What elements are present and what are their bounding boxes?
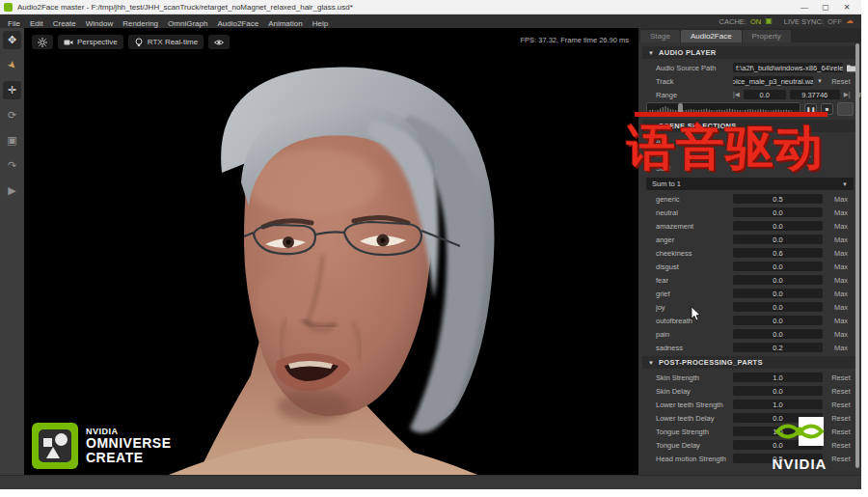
viewport-settings-button[interactable] bbox=[32, 35, 53, 49]
camera-tool-icon[interactable]: ✥ bbox=[3, 31, 21, 49]
menu-item-animation[interactable]: Animation bbox=[268, 19, 303, 28]
max-button[interactable]: Max bbox=[827, 249, 855, 258]
emotion-slider[interactable]: 0.0 bbox=[733, 316, 823, 325]
livesync-value[interactable]: OFF bbox=[827, 17, 842, 26]
max-button[interactable]: Max bbox=[827, 208, 855, 217]
menu-item-omnigraph[interactable]: OmniGraph bbox=[168, 19, 207, 28]
face-3d-model[interactable] bbox=[24, 28, 638, 475]
snap-tool-icon[interactable]: ↷ bbox=[3, 156, 21, 175]
panel-scrollbar[interactable] bbox=[855, 43, 859, 468]
select-tool-icon[interactable]: ➤ bbox=[0, 52, 25, 78]
emotion-amazement: amazement0.0Max bbox=[642, 219, 855, 233]
range-start-input[interactable]: 0.0 bbox=[744, 90, 786, 99]
emotion-anger: anger0.0Max bbox=[642, 233, 855, 246]
range-skip-start-icon[interactable]: |◀ bbox=[733, 91, 740, 98]
post-slider[interactable]: 1.0 bbox=[733, 373, 823, 382]
range-row: Range |◀ 0.0 9.37746 ▶| Reset bbox=[642, 88, 855, 101]
move-tool-icon[interactable]: ✛ bbox=[3, 81, 21, 99]
emotion-slider[interactable]: 0.0 bbox=[733, 221, 823, 231]
emotion-slider[interactable]: 0.2 bbox=[733, 343, 823, 352]
render-mode-button[interactable]: RTX Real-time bbox=[128, 35, 203, 49]
reset-button[interactable]: Reset bbox=[827, 373, 855, 382]
right-panel: StageAudio2FaceProperty ▼ AUDIO PLAYER A… bbox=[638, 28, 861, 475]
max-button[interactable]: Max bbox=[827, 344, 855, 352]
max-button[interactable]: Max bbox=[827, 290, 855, 298]
camera-mode-label: Perspective bbox=[77, 38, 118, 46]
emotion-slider[interactable]: 0.0 bbox=[733, 302, 823, 312]
folder-icon[interactable] bbox=[847, 64, 855, 72]
app-window: Audio2Face master - F:/tmp/jhh_test/JHH_… bbox=[0, 0, 861, 489]
emotion-slider[interactable]: 0.0 bbox=[733, 329, 823, 339]
post-label: Lower teeth Delay bbox=[656, 414, 729, 423]
menu-item-edit[interactable]: Edit bbox=[30, 19, 43, 28]
emotion-slider[interactable]: 0.6 bbox=[733, 248, 823, 258]
fps-readout: FPS: 37.32, Frame time 26.90 ms bbox=[520, 36, 629, 44]
tab-property[interactable]: Property bbox=[743, 30, 791, 42]
play-tool-icon[interactable]: ▶ bbox=[3, 181, 21, 200]
emotion-label: cheekiness bbox=[656, 249, 729, 258]
post-skin-delay: Skin Delay0.0Reset bbox=[642, 384, 855, 398]
render-mode-label: RTX Real-time bbox=[148, 38, 198, 46]
max-button[interactable]: Max bbox=[827, 195, 855, 204]
reset-button[interactable]: Reset bbox=[827, 387, 855, 396]
omniverse-create-logo: NVIDIA OMNIVERSE CREATE bbox=[32, 423, 172, 469]
nvidia-eye-icon bbox=[773, 415, 826, 452]
menu-item-window[interactable]: Window bbox=[86, 19, 113, 28]
max-button[interactable]: Max bbox=[827, 235, 855, 244]
close-button[interactable]: ✕ bbox=[836, 3, 857, 12]
tab-stage[interactable]: Stage bbox=[640, 30, 680, 42]
eye-icon bbox=[214, 38, 224, 47]
max-button[interactable]: Max bbox=[827, 262, 855, 271]
viewport-3d[interactable]: Perspective RTX Real-time FPS: 37.32, Fr… bbox=[24, 28, 638, 475]
cache-indicator-icon: ▣ bbox=[765, 17, 773, 25]
emotion-slider[interactable]: 0.0 bbox=[733, 235, 823, 244]
range-end-input[interactable]: 9.37746 bbox=[790, 90, 840, 99]
menu-item-audio2face[interactable]: Audio2Face bbox=[217, 19, 258, 28]
emotion-fear: fear0.0Max bbox=[642, 273, 855, 287]
panel-body: ▼ AUDIO PLAYER Audio Source Path f:\a2f\… bbox=[638, 42, 861, 475]
omniverse-badge-icon bbox=[32, 423, 78, 469]
max-button[interactable]: Max bbox=[827, 303, 855, 312]
max-button[interactable]: Max bbox=[827, 222, 855, 231]
emotion-slider[interactable]: 0.0 bbox=[733, 289, 823, 298]
emotion-mode-select[interactable]: Sum to 1 ▼ bbox=[646, 178, 854, 190]
menu-item-file[interactable]: File bbox=[8, 19, 20, 28]
rotate-tool-icon[interactable]: ⟳ bbox=[3, 106, 21, 124]
emotion-neutral: neutral0.0Max bbox=[642, 206, 855, 219]
minimize-button[interactable]: — bbox=[794, 3, 815, 12]
emotion-generic: generic0.5Max bbox=[642, 192, 855, 206]
emotion-slider[interactable]: 0.0 bbox=[733, 207, 823, 217]
scale-tool-icon[interactable]: ▣ bbox=[3, 131, 21, 150]
maximize-button[interactable]: ▢ bbox=[815, 3, 836, 12]
collapse-caret-icon: ▼ bbox=[648, 50, 654, 56]
emotion-slider[interactable]: 0.5 bbox=[733, 194, 823, 204]
reset-button[interactable]: Reset bbox=[827, 400, 855, 409]
track-reset-button[interactable]: Reset bbox=[827, 77, 855, 86]
visibility-button[interactable] bbox=[208, 35, 230, 49]
menu-item-rendering[interactable]: Rendering bbox=[122, 19, 158, 28]
audio-source-path-input[interactable]: f:\a2f\_build\windows-x86_64\release\a bbox=[733, 63, 843, 72]
tab-audio2face[interactable]: Audio2Face bbox=[681, 30, 742, 42]
cache-value[interactable]: ON bbox=[750, 17, 761, 26]
menu-item-create[interactable]: Create bbox=[53, 19, 76, 28]
nvidia-watermark: NVIDIA bbox=[755, 415, 844, 472]
post-slider[interactable]: 1.0 bbox=[733, 400, 823, 409]
max-button[interactable]: Max bbox=[827, 276, 855, 285]
section-audio-player[interactable]: ▼ AUDIO PLAYER bbox=[642, 46, 855, 59]
loop-button[interactable] bbox=[837, 102, 854, 116]
emotion-slider[interactable]: 0.0 bbox=[733, 275, 823, 285]
range-skip-end-icon[interactable]: ▶| bbox=[844, 91, 851, 98]
post-slider[interactable]: 0.0 bbox=[733, 386, 823, 396]
audio-source-path-row: Audio Source Path f:\a2f\_build\windows-… bbox=[642, 61, 855, 74]
left-toolbar: ✥➤✛⟳▣↷▶ bbox=[0, 28, 24, 475]
menu-item-help[interactable]: Help bbox=[312, 19, 328, 28]
emotion-label: amazement bbox=[656, 222, 729, 231]
track-select[interactable]: voice_male_p3_neutral.wav bbox=[733, 76, 813, 86]
max-button[interactable]: Max bbox=[827, 330, 855, 339]
emotion-slider[interactable]: 0.0 bbox=[733, 262, 823, 271]
max-button[interactable]: Max bbox=[827, 317, 855, 325]
track-dropdown-icon[interactable]: ▼ bbox=[817, 78, 823, 84]
post-label: Head motion Strength bbox=[656, 455, 729, 463]
section-post-processing[interactable]: ▼ POST-PROCESSING_PARTS bbox=[642, 356, 855, 369]
camera-selector-button[interactable]: Perspective bbox=[58, 35, 123, 49]
